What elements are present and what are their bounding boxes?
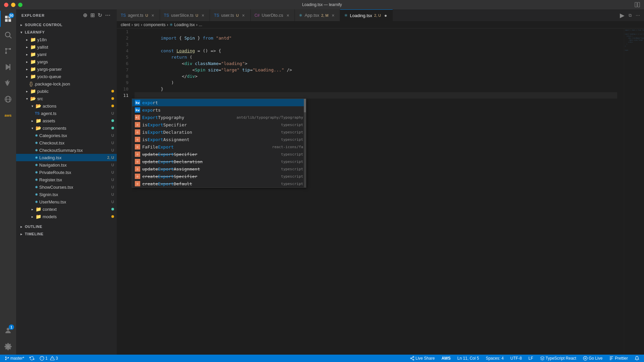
tree-folder-yaml[interactable]: 📁 yaml xyxy=(16,51,117,58)
aws-item[interactable]: AWS xyxy=(440,355,452,362)
ac-item-update-export-specifier[interactable]: ◇ updateExportSpecifier typescript xyxy=(132,150,306,158)
breadcrumb-symbol[interactable]: ... xyxy=(199,22,202,27)
tab-user-slice-ts[interactable]: TS userSlice.ts U × xyxy=(160,9,210,21)
tree-file-categories[interactable]: ⚛ Categories.tsx U xyxy=(16,132,117,139)
ac-item-update-export-assignment[interactable]: ◇ updateExportAssignment typescript xyxy=(132,165,306,173)
errors-item[interactable]: 1 3 xyxy=(38,355,59,362)
position-item[interactable]: Ln 11, Col 5 xyxy=(456,355,480,362)
tab-user-dto-cs[interactable]: C# UserDto.cs × xyxy=(251,9,295,21)
tab-close-icon[interactable]: ● xyxy=(383,13,388,18)
activity-explorer[interactable]: 50 xyxy=(0,11,16,27)
tree-file-agent[interactable]: TS agent.ts U xyxy=(16,110,117,117)
close-button[interactable] xyxy=(4,3,8,7)
activity-settings[interactable] xyxy=(0,339,16,355)
git-branch-item[interactable]: master* xyxy=(3,355,25,362)
tab-close-icon[interactable]: × xyxy=(285,13,290,18)
activity-remote[interactable] xyxy=(0,91,16,107)
activity-run[interactable] xyxy=(0,59,16,75)
breadcrumb-loading-tsx[interactable]: Loading.tsx xyxy=(174,22,195,27)
breadcrumb: client › src › components › ⚛ Loading.ts… xyxy=(117,21,644,28)
run-button[interactable]: ▶ xyxy=(619,10,626,20)
tab-close-icon[interactable]: × xyxy=(200,13,206,18)
tree-file-loading[interactable]: ⚛ Loading.tsx 2, U xyxy=(16,154,117,161)
ac-item-create-export-specifier[interactable]: ◇ createExportSpecifier typescript xyxy=(132,173,306,180)
maximize-button[interactable] xyxy=(18,3,22,7)
ac-item-is-export-assignment[interactable]: ◇ isExportAssignment typescript xyxy=(132,136,306,143)
tree-folder-models[interactable]: 📁 models xyxy=(16,213,117,220)
tree-file-checkout[interactable]: ⚛ Checkout.tsx U xyxy=(16,139,117,146)
tree-folder-y18n[interactable]: 📁 y18n xyxy=(16,36,117,43)
go-live-item[interactable]: Go Live xyxy=(582,355,604,362)
svg-point-5 xyxy=(9,48,11,50)
ac-item-fa-file-export[interactable]: ◇ FaFileExport react-icons/fa xyxy=(132,143,306,150)
section-timeline[interactable]: TIMELINE xyxy=(16,230,117,238)
tab-close-icon[interactable]: × xyxy=(150,13,156,18)
encoding-item[interactable]: UTF-8 xyxy=(509,355,523,362)
ac-item-is-export-declaration[interactable]: ◇ isExportDeclaration typescript xyxy=(132,128,306,136)
tab-loading-tsx[interactable]: ⚛ Loading.tsx 2, U ● xyxy=(340,9,393,21)
tree-folder-public[interactable]: 📁 public xyxy=(16,87,117,95)
tree-file-user-menu[interactable]: ⚛ UserMenu.tsx U xyxy=(16,198,117,205)
tree-file-private-route[interactable]: ⚛ PrivateRoute.tsx U xyxy=(16,169,117,176)
sync-item[interactable] xyxy=(28,355,36,362)
tree-folder-components[interactable]: 📂 components xyxy=(16,124,117,132)
ac-item-update-export-declaration[interactable]: ◇ updateExportDeclaration typescript xyxy=(132,158,306,165)
activity-aws[interactable]: aws xyxy=(0,107,16,123)
activity-extensions[interactable] xyxy=(0,75,16,91)
window-controls[interactable] xyxy=(4,3,22,7)
tree-file-show-courses[interactable]: ⚛ ShowCourses.tsx U xyxy=(16,183,117,191)
tab-close-icon[interactable]: × xyxy=(241,13,246,18)
section-outline[interactable]: OUTLINE xyxy=(16,223,117,230)
activity-source-control[interactable] xyxy=(0,43,16,59)
ts-icon: TS xyxy=(164,13,169,18)
breadcrumb-src[interactable]: src xyxy=(134,22,140,27)
split-editor-button[interactable]: ⧉ xyxy=(627,11,633,19)
tree-file-register[interactable]: ⚛ Register.tsx U xyxy=(16,176,117,183)
tree-folder-context[interactable]: 📁 context xyxy=(16,205,117,213)
tree-folder-yocto-queue[interactable]: 📁 yocto-queue xyxy=(16,73,117,80)
tree-file-signin[interactable]: ⚛ Signin.tsx U xyxy=(16,191,117,198)
tab-close-icon[interactable]: × xyxy=(330,13,336,18)
line-ending-item[interactable]: LF xyxy=(527,355,535,362)
ac-item-export-typography[interactable]: e| ExportTypography antd/lib/typography/… xyxy=(132,114,306,121)
tree-file-checkout-summary[interactable]: ⚛ CheckoutSummary.tsx U xyxy=(16,146,117,154)
ac-item-exports[interactable]: kw exports xyxy=(132,106,306,114)
live-share-item[interactable]: Live Share xyxy=(409,355,436,362)
activity-accounts[interactable]: 1 xyxy=(0,322,16,339)
tree-file-package-lock[interactable]: {} .package-lock.json xyxy=(16,80,117,87)
section-source-control[interactable]: SOURCE CONTROL xyxy=(16,21,117,28)
section-learnify[interactable]: LEARNIFY xyxy=(16,28,117,36)
code-editor[interactable]: import { Spin } from "antd" const Loadin… xyxy=(132,28,624,355)
tree-folder-yargs-parser[interactable]: 📁 yargs-parser xyxy=(16,65,117,73)
file-status-badge: U xyxy=(111,111,114,115)
prettier-item[interactable]: Prettier xyxy=(608,355,629,362)
activity-search[interactable] xyxy=(0,27,16,43)
status-bar: master* 1 3 Live Share AWS xyxy=(0,355,644,362)
breadcrumb-client[interactable]: client xyxy=(121,22,130,27)
ac-item-create-export-default[interactable]: ◇ createExportDefault typescript xyxy=(132,180,306,187)
more-actions-icon[interactable]: ⋯ xyxy=(104,11,111,19)
tree-folder-yallist[interactable]: 📁 yallist xyxy=(16,43,117,51)
tree-folder-assets[interactable]: 📁 assets xyxy=(16,117,117,124)
folder-icon: 📁 xyxy=(30,66,36,72)
refresh-icon[interactable]: ↻ xyxy=(97,11,103,19)
more-actions-button[interactable]: ⋯ xyxy=(634,11,641,19)
tab-user-ts[interactable]: TS user.ts U × xyxy=(210,9,251,21)
folder-name: context xyxy=(43,207,57,212)
new-folder-icon[interactable]: ⊞ xyxy=(90,11,96,19)
ac-item-is-export-specifier[interactable]: ◇ isExportSpecifier typescript xyxy=(132,121,306,128)
spaces-item[interactable]: Spaces: 4 xyxy=(484,355,505,362)
breadcrumb-components[interactable]: components xyxy=(144,22,165,27)
tree-folder-yargs[interactable]: 📁 yargs xyxy=(16,58,117,65)
language-item[interactable]: TypeScript React xyxy=(539,355,578,362)
tree-folder-actions[interactable]: 📂 actions xyxy=(16,102,117,110)
tab-app-tsx[interactable]: ⚛ App.tsx 2, M × xyxy=(295,9,340,21)
minimize-button[interactable] xyxy=(11,3,15,7)
ac-item-export[interactable]: kw export xyxy=(132,99,306,106)
file-name: ShowCourses.tsx xyxy=(39,185,73,190)
new-file-icon[interactable]: ⊕ xyxy=(82,11,88,19)
tree-folder-src[interactable]: 📂 src xyxy=(16,95,117,102)
tab-agent-ts[interactable]: TS agent.ts U × xyxy=(117,9,160,21)
tree-file-navigation[interactable]: ⚛ Navigation.tsx U xyxy=(16,161,117,169)
notifications-item[interactable] xyxy=(633,355,641,362)
